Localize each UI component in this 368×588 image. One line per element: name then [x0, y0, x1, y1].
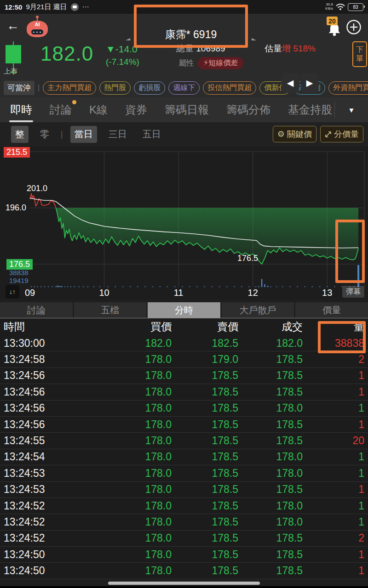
- sort-toggle-icon[interactable]: ↓↑: [6, 285, 19, 299]
- axis-ref-label: 196.0: [6, 203, 26, 213]
- cell-volume: 1: [303, 548, 364, 561]
- tab-籌碼日報[interactable]: 籌碼日報: [165, 97, 209, 122]
- subtab-價量[interactable]: 價量: [295, 302, 368, 318]
- cell-ask: 178.5: [172, 435, 238, 447]
- tick-row[interactable]: 13:24:56178.0178.5178.51: [0, 368, 368, 384]
- alert-count-badge: 20: [327, 17, 338, 25]
- cell-price: 182.0: [238, 337, 303, 350]
- cell-price: 178.0: [238, 467, 303, 480]
- cell-bid: 178.0: [91, 386, 172, 398]
- tab-討論[interactable]: 討論: [50, 97, 72, 122]
- cell-volume: 20: [303, 435, 364, 447]
- tick-row[interactable]: 13:24:56178.0178.5178.51: [0, 417, 368, 433]
- tick-table: 時間買價賣價成交量 13:30:00182.0182.5182.03883813…: [0, 318, 368, 579]
- status-bar: 12:50 9月21日 週日 ⋯ 30.6KB/s 83: [0, 0, 368, 14]
- price-volume-button[interactable]: 分價量: [320, 126, 363, 142]
- tag-pill-7[interactable]: 外資熱門買超: [328, 81, 368, 95]
- tag-pill-1[interactable]: 熱門股: [99, 81, 131, 95]
- cell-time: 13:24:56: [4, 386, 91, 398]
- cell-price: 178.5: [238, 548, 303, 561]
- cell-time: 13:24:56: [4, 402, 91, 414]
- back-button[interactable]: ←: [6, 19, 19, 32]
- tag-pill-2[interactable]: 虧損股: [134, 81, 165, 95]
- subtab-五檔[interactable]: 五檔: [74, 302, 147, 318]
- subtab-討論[interactable]: 討論: [0, 302, 73, 318]
- tab-基金持股[interactable]: 基金持股: [288, 97, 332, 122]
- tick-row[interactable]: 13:24:52178.0178.5178.01: [0, 514, 368, 530]
- last-price: 182.0: [40, 42, 93, 65]
- tab-資券[interactable]: 資券: [125, 97, 147, 122]
- subtab-分時[interactable]: 分時: [148, 302, 220, 318]
- alerts-button[interactable]: 20: [327, 17, 343, 40]
- tick-row[interactable]: 13:24:53178.0178.5178.51: [0, 482, 368, 498]
- cell-time: 13:24:50: [4, 565, 91, 577]
- battery-icon: 83: [348, 3, 363, 11]
- attr-tag-short-term-spread[interactable]: ⚡短線價差: [198, 57, 243, 69]
- tick-row[interactable]: 13:24:58178.0179.0178.52: [0, 351, 368, 368]
- tick-row[interactable]: 13:24:52178.0178.5178.52: [0, 531, 368, 547]
- price-change: ▼-14.0 (-7.14%): [106, 44, 139, 67]
- stock-name: 康霈* 6919: [138, 28, 244, 42]
- tag-pill-3[interactable]: 週線下: [168, 81, 200, 95]
- x-tick-10: 10: [99, 288, 109, 298]
- cell-price: 178.0: [238, 500, 303, 512]
- tick-row[interactable]: 13:24:52178.0178.5178.01: [0, 498, 368, 514]
- tag-pill-4[interactable]: 投信熱門買超: [203, 81, 256, 95]
- subtab-大戶散戶[interactable]: 大戶散戶: [222, 302, 294, 318]
- cell-time: 13:24:54: [4, 451, 91, 463]
- tab-K線[interactable]: K線: [89, 97, 108, 122]
- cell-bid: 178.0: [91, 418, 172, 431]
- cell-ask: 178.5: [172, 483, 238, 496]
- cell-bid: 178.0: [91, 565, 172, 577]
- x-tick-09: 09: [25, 288, 35, 298]
- chart-range-五日[interactable]: 五日: [138, 126, 165, 143]
- overlay-next-icon[interactable]: ▶: [301, 73, 318, 93]
- cell-bid: 178.0: [91, 532, 172, 544]
- intraday-chart[interactable]: 215.5 196.0 176.5 38838 19419 201.0 176.…: [0, 146, 368, 300]
- tick-row[interactable]: 13:24:50178.0178.5178.51: [0, 563, 368, 579]
- key-price-button[interactable]: ⚙ 關鍵價: [273, 126, 316, 142]
- chart-range-整[interactable]: 整: [11, 126, 29, 143]
- bottom-strip: [0, 586, 368, 588]
- tag-pill-0[interactable]: 主力熱門買超: [43, 81, 96, 95]
- cell-price: 178.5: [238, 386, 303, 398]
- cell-ask: 178.5: [172, 386, 238, 398]
- tab-即時[interactable]: 即時: [10, 97, 32, 122]
- cell-ask: 178.5: [172, 402, 238, 414]
- tick-row[interactable]: 13:30:00182.0182.5182.038838: [0, 335, 368, 351]
- tick-row[interactable]: 13:24:56178.0178.5178.51: [0, 384, 368, 400]
- cell-time: 13:24:52: [4, 500, 91, 512]
- tab-籌碼分佈[interactable]: 籌碼分佈: [226, 97, 270, 122]
- cell-time: 13:24:52: [4, 532, 91, 544]
- chart-range-當日[interactable]: 當日: [70, 126, 97, 143]
- cell-bid: 178.0: [91, 516, 172, 528]
- clock: 12:50: [5, 3, 22, 11]
- cell-bid: 182.0: [91, 337, 172, 350]
- tick-row[interactable]: 13:24:54178.0178.5178.01: [0, 449, 368, 465]
- tick-row[interactable]: 13:24:55178.0178.5178.520: [0, 433, 368, 449]
- danmu-toggle-button[interactable]: 彈幕: [342, 286, 364, 298]
- cell-bid: 178.0: [91, 500, 172, 512]
- tick-row[interactable]: 13:24:50178.0178.5178.51: [0, 547, 368, 563]
- cell-time: 13:30:00: [4, 337, 91, 350]
- cell-volume: 2: [303, 532, 364, 544]
- tab-dropdown-button[interactable]: ▼: [334, 102, 368, 118]
- tag-day-tradable[interactable]: 可當沖: [4, 81, 34, 95]
- chart-range-零[interactable]: 零: [36, 126, 53, 143]
- stock-app-screen: 12:50 9月21日 週日 ⋯ 30.6KB/s 83 ← AI ◀: [0, 0, 368, 588]
- cell-volume: 1: [303, 402, 364, 414]
- main-tab-bar: 即時討論K線資券籌碼日報籌碼分佈基金持股 ▼: [0, 97, 368, 122]
- overlay-prev-icon[interactable]: ◀: [282, 73, 299, 93]
- tick-row[interactable]: 13:24:56178.0178.5178.01: [0, 401, 368, 417]
- chart-range-三日[interactable]: 三日: [104, 126, 131, 143]
- home-indicator[interactable]: [108, 582, 260, 585]
- open-price-annotation: 201.0: [27, 184, 47, 193]
- cell-time: 13:24:53: [4, 483, 91, 496]
- cell-ask: 182.5: [172, 337, 238, 350]
- tick-row[interactable]: 13:24:53178.0178.5178.01: [0, 465, 368, 481]
- volume-axis-label-2: 19419: [9, 277, 29, 284]
- place-order-button[interactable]: 下單: [352, 41, 367, 67]
- cell-volume: 1: [303, 386, 364, 398]
- add-button[interactable]: [346, 19, 362, 35]
- ai-assistant-icon[interactable]: AI: [27, 17, 48, 38]
